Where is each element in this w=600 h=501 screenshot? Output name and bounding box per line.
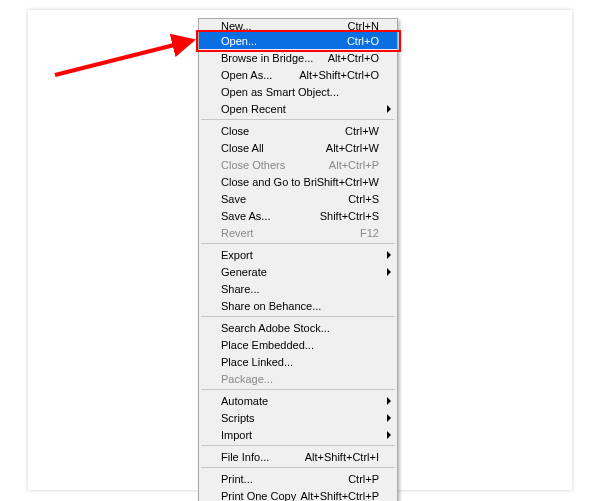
menu-item-print-one-copy[interactable]: Print One CopyAlt+Shift+Ctrl+P: [199, 487, 397, 501]
menu-item-close-and-go-to-bridge[interactable]: Close and Go to Bridge...Shift+Ctrl+W: [199, 173, 397, 190]
menu-item-browse-in-bridge[interactable]: Browse in Bridge...Alt+Ctrl+O: [199, 49, 397, 66]
menu-item-file-info[interactable]: File Info...Alt+Shift+Ctrl+I: [199, 448, 397, 465]
menu-item-label: File Info...: [221, 451, 305, 463]
menu-item-label: Generate: [221, 266, 379, 278]
menu-separator: [201, 445, 395, 446]
menu-separator: [201, 389, 395, 390]
menu-item-shortcut: Alt+Ctrl+W: [326, 142, 379, 154]
menu-item-label: Automate: [221, 395, 379, 407]
menu-item-close-others: Close OthersAlt+Ctrl+P: [199, 156, 397, 173]
menu-item-label: Close All: [221, 142, 326, 154]
menu-item-automate[interactable]: Automate: [199, 392, 397, 409]
menu-item-import[interactable]: Import: [199, 426, 397, 443]
menu-item-label: Close: [221, 125, 345, 137]
submenu-arrow-icon: [387, 251, 391, 259]
menu-item-label: Package...: [221, 373, 379, 385]
menu-item-save-as[interactable]: Save As...Shift+Ctrl+S: [199, 207, 397, 224]
menu-item-shortcut: Ctrl+O: [347, 35, 379, 47]
menu-item-shortcut: Ctrl+S: [348, 193, 379, 205]
menu-item-place-embedded[interactable]: Place Embedded...: [199, 336, 397, 353]
menu-item-close[interactable]: CloseCtrl+W: [199, 122, 397, 139]
menu-item-generate[interactable]: Generate: [199, 263, 397, 280]
menu-item-label: Export: [221, 249, 379, 261]
menu-item-label: Print...: [221, 473, 348, 485]
menu-item-package: Package...: [199, 370, 397, 387]
menu-item-shortcut: Alt+Shift+Ctrl+P: [300, 490, 379, 502]
menu-item-label: Share on Behance...: [221, 300, 379, 312]
menu-item-label: Revert: [221, 227, 360, 239]
menu-item-open-as-smart-object[interactable]: Open as Smart Object...: [199, 83, 397, 100]
menu-item-label: Share...: [221, 283, 379, 295]
menu-item-shortcut: Shift+Ctrl+W: [317, 176, 379, 188]
menu-item-label: Browse in Bridge...: [221, 52, 328, 64]
menu-item-shortcut: Alt+Ctrl+P: [329, 159, 379, 171]
menu-item-label: Import: [221, 429, 379, 441]
submenu-arrow-icon: [387, 105, 391, 113]
menu-item-share[interactable]: Share...: [199, 280, 397, 297]
menu-item-label: Close Others: [221, 159, 329, 171]
file-menu: New...Ctrl+NOpen...Ctrl+OBrowse in Bridg…: [198, 18, 398, 501]
menu-item-open[interactable]: Open...Ctrl+O: [199, 32, 397, 49]
menu-item-label: Save As...: [221, 210, 320, 222]
menu-item-label: Save: [221, 193, 348, 205]
menu-item-shortcut: Alt+Shift+Ctrl+I: [305, 451, 379, 463]
menu-item-revert: RevertF12: [199, 224, 397, 241]
menu-item-label: Place Linked...: [221, 356, 379, 368]
submenu-arrow-icon: [387, 431, 391, 439]
menu-separator: [201, 243, 395, 244]
submenu-arrow-icon: [387, 414, 391, 422]
menu-item-label: Place Embedded...: [221, 339, 379, 351]
menu-item-export[interactable]: Export: [199, 246, 397, 263]
menu-separator: [201, 119, 395, 120]
menu-item-shortcut: Shift+Ctrl+S: [320, 210, 379, 222]
menu-item-new[interactable]: New...Ctrl+N: [199, 21, 397, 32]
submenu-arrow-icon: [387, 268, 391, 276]
menu-item-shortcut: Alt+Shift+Ctrl+O: [299, 69, 379, 81]
menu-item-scripts[interactable]: Scripts: [199, 409, 397, 426]
menu-item-label: Open...: [221, 35, 347, 47]
menu-item-place-linked[interactable]: Place Linked...: [199, 353, 397, 370]
menu-separator: [201, 467, 395, 468]
menu-item-label: Open Recent: [221, 103, 379, 115]
menu-item-save[interactable]: SaveCtrl+S: [199, 190, 397, 207]
menu-item-close-all[interactable]: Close AllAlt+Ctrl+W: [199, 139, 397, 156]
submenu-arrow-icon: [387, 397, 391, 405]
menu-item-search-adobe-stock[interactable]: Search Adobe Stock...: [199, 319, 397, 336]
menu-item-shortcut: Ctrl+P: [348, 473, 379, 485]
menu-item-shortcut: F12: [360, 227, 379, 239]
menu-item-share-on-behance[interactable]: Share on Behance...: [199, 297, 397, 314]
menu-item-label: Scripts: [221, 412, 379, 424]
menu-item-open-as[interactable]: Open As...Alt+Shift+Ctrl+O: [199, 66, 397, 83]
menu-item-label: Open as Smart Object...: [221, 86, 379, 98]
menu-item-label: Search Adobe Stock...: [221, 322, 379, 334]
menu-item-label: Close and Go to Bridge...: [221, 176, 317, 188]
menu-item-print[interactable]: Print...Ctrl+P: [199, 470, 397, 487]
menu-item-shortcut: Ctrl+N: [348, 21, 379, 32]
menu-item-shortcut: Alt+Ctrl+O: [328, 52, 379, 64]
menu-separator: [201, 316, 395, 317]
menu-item-open-recent[interactable]: Open Recent: [199, 100, 397, 117]
menu-item-label: Open As...: [221, 69, 299, 81]
menu-item-label: New...: [221, 21, 348, 32]
menu-item-shortcut: Ctrl+W: [345, 125, 379, 137]
menu-item-label: Print One Copy: [221, 490, 300, 502]
